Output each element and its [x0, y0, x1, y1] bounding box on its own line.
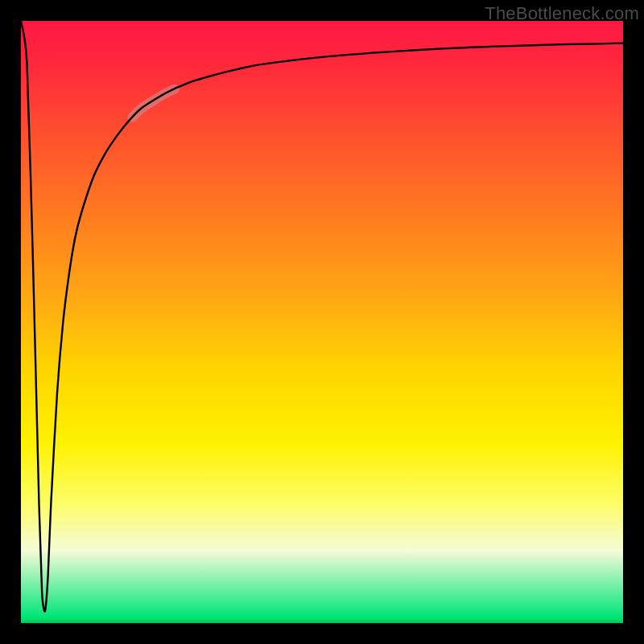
chart-stage: TheBottleneck.com — [0, 0, 644, 644]
plot-area — [21, 21, 623, 623]
attribution-text: TheBottleneck.com — [485, 3, 639, 24]
